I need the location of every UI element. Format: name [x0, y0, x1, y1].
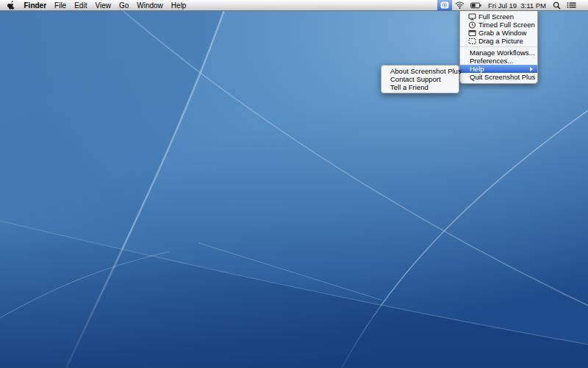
menu-finder[interactable]: Finder [20, 0, 51, 10]
clock-icon [468, 21, 478, 29]
user-list-icon[interactable] [564, 0, 579, 10]
battery-icon[interactable] [467, 0, 484, 10]
menu-item-label: Tell a Friend [390, 83, 429, 91]
menu-item-label: About Screenshot Plus [390, 67, 462, 75]
wifi-icon[interactable] [452, 0, 467, 10]
menu-file[interactable]: File [51, 0, 71, 10]
menu-window[interactable]: Window [133, 0, 168, 10]
display-icon [468, 13, 478, 21]
menu-item-label: Full Screen [478, 13, 514, 21]
submenu-item-about-screenshot-plus[interactable]: About Screenshot Plus [381, 67, 459, 75]
menu-item-label: Quit Screenshot Plus [470, 73, 535, 81]
submenu-item-tell-a-friend[interactable]: Tell a Friend [381, 83, 459, 91]
menu-item-label: Grab a Window [478, 29, 526, 37]
spotlight-icon[interactable] [550, 0, 564, 10]
menu-help[interactable]: Help [167, 0, 190, 10]
marquee-icon [468, 38, 478, 45]
desktop: Finder File Edit View Go Window Help [0, 0, 588, 368]
screenshot-plus-menu-extra[interactable] [437, 0, 452, 10]
menu-separator [460, 46, 537, 47]
menu-item-label: Contact Support [390, 75, 441, 83]
menu-item-label: Timed Full Screen [478, 21, 535, 29]
menu-bar-status: Fri Jul 19 3:11 PM [437, 0, 588, 10]
menu-item-full-screen[interactable]: Full Screen [460, 13, 537, 21]
menu-item-quit-screenshot-plus[interactable]: Quit Screenshot Plus [460, 73, 537, 81]
menubar-clock[interactable]: Fri Jul 19 3:11 PM [484, 0, 550, 10]
menu-item-timed-full-screen[interactable]: Timed Full Screen [460, 21, 537, 29]
submenu-item-contact-support[interactable]: Contact Support [381, 75, 459, 83]
menu-view[interactable]: View [91, 0, 115, 10]
menu-edit[interactable]: Edit [71, 0, 91, 10]
menu-item-help[interactable]: Help [460, 65, 537, 73]
window-icon [468, 29, 478, 37]
menu-item-preferences[interactable]: Preferences... [460, 57, 537, 65]
menu-item-drag-a-picture[interactable]: Drag a Picture [460, 37, 537, 45]
menu-item-label: Help [470, 65, 484, 73]
submenu-arrow-icon [530, 67, 533, 71]
menu-item-grab-a-window[interactable]: Grab a Window [460, 29, 537, 37]
apple-logo-icon [7, 1, 15, 10]
menu-go[interactable]: Go [115, 0, 132, 10]
menu-item-label: Drag a Picture [478, 37, 523, 45]
screenshot-plus-menu: Full Screen Timed Full Screen Grab a Win… [459, 10, 538, 84]
menu-item-label: Preferences... [470, 57, 513, 65]
menu-bar: Finder File Edit View Go Window Help [0, 0, 588, 11]
menu-item-manage-workflows[interactable]: Manage Workflows... [460, 49, 537, 57]
apple-menu[interactable] [6, 1, 20, 10]
menu-bar-left: Finder File Edit View Go Window Help [0, 0, 190, 10]
menu-item-label: Manage Workflows... [470, 49, 535, 57]
camera-icon [440, 1, 449, 9]
help-submenu: About Screenshot Plus Contact Support Te… [381, 65, 459, 93]
